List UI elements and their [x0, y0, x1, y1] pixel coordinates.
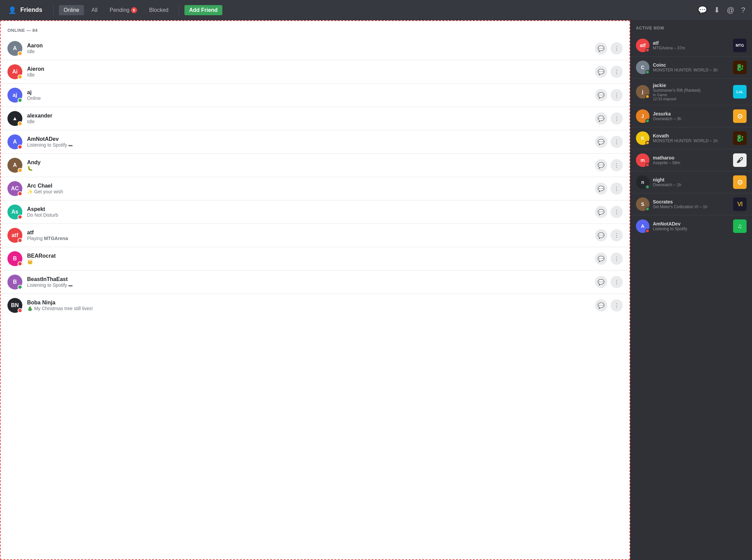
friend-row[interactable]: B BEARocrat 👑 💬 ⋮	[1, 247, 629, 270]
chat-icon[interactable]: 💬	[698, 6, 707, 15]
active-avatar-wrap: n	[636, 175, 649, 189]
friend-info: Arc Chael ✨ Get your wish	[27, 183, 595, 194]
friend-status: 👑	[27, 259, 595, 264]
active-game-label: Aseprite – 58m	[653, 160, 730, 165]
active-item[interactable]: n night Overwatch – 1h ⊙	[630, 171, 752, 193]
active-game-label: Summoner's Rift (Ranked)	[653, 88, 730, 93]
friend-row[interactable]: A Aaron Idle 💬 ⋮	[1, 37, 629, 60]
status-dot	[18, 215, 22, 219]
active-status-dot	[645, 185, 649, 189]
active-avatar-wrap: m	[636, 153, 649, 167]
friend-row[interactable]: aj aj Online 💬 ⋮	[1, 83, 629, 107]
message-button[interactable]: 💬	[595, 159, 607, 171]
more-button[interactable]: ⋮	[611, 42, 623, 55]
active-item[interactable]: S Socrates Sid Meier's Civilization VI –…	[630, 193, 752, 215]
avatar-wrap: A	[7, 158, 22, 173]
active-status-dot	[645, 119, 649, 123]
active-item[interactable]: j jackie Summoner's Rift (Ranked) In Gam…	[630, 78, 752, 105]
active-item[interactable]: m matharoo Aseprite – 58m 🖌	[630, 149, 752, 171]
message-button[interactable]: 💬	[595, 136, 607, 148]
friend-row[interactable]: As Aspekt Do Not Disturb 💬 ⋮	[1, 200, 629, 223]
main-content: ONLINE — 84 A Aaron Idle 💬 ⋮ Ai Aieron I…	[0, 20, 752, 560]
friend-actions: 💬 ⋮	[595, 66, 623, 78]
add-friend-button[interactable]: Add Friend	[184, 5, 222, 15]
active-game-label: MONSTER HUNTER: WORLD – 1h	[653, 139, 730, 143]
avatar-wrap: atf	[7, 228, 22, 243]
active-name: Kovath	[653, 133, 730, 139]
pending-badge: 8	[131, 7, 137, 13]
message-button[interactable]: 💬	[595, 206, 607, 218]
friend-status: Idle	[27, 49, 595, 54]
tab-all[interactable]: All	[87, 5, 102, 15]
friend-row[interactable]: A AmNotADev Listening to Spotify ▬ 💬 ⋮	[1, 130, 629, 153]
friend-row[interactable]: ▲ alexander Idle 💬 ⋮	[1, 107, 629, 130]
friend-row[interactable]: Ai Aieron Idle 💬 ⋮	[1, 60, 629, 83]
more-button[interactable]: ⋮	[611, 299, 623, 312]
friend-actions: 💬 ⋮	[595, 299, 623, 312]
active-name: AmNotADev	[653, 221, 730, 226]
at-icon[interactable]: @	[727, 6, 734, 15]
more-button[interactable]: ⋮	[611, 66, 623, 78]
more-button[interactable]: ⋮	[611, 136, 623, 148]
active-game-label: Sid Meier's Civilization VI – 1h	[653, 204, 730, 209]
status-dot	[18, 261, 22, 266]
active-game-label: Overwatch – 3h	[653, 117, 730, 121]
active-game-sub: In Game	[653, 93, 730, 97]
friend-actions: 💬 ⋮	[595, 159, 623, 171]
active-info: AmNotADev Listening to Spotify	[653, 221, 730, 231]
more-button[interactable]: ⋮	[611, 206, 623, 218]
more-button[interactable]: ⋮	[611, 113, 623, 125]
avatar-wrap: ▲	[7, 111, 22, 126]
download-icon[interactable]: ⬇	[714, 6, 720, 15]
message-button[interactable]: 💬	[595, 66, 607, 78]
active-now-panel: ACTIVE NOW atf atf MTGArena – 37m MTG C …	[630, 20, 752, 560]
friend-name: Arc Chael	[27, 183, 595, 189]
message-button[interactable]: 💬	[595, 229, 607, 241]
friend-actions: 💬 ⋮	[595, 182, 623, 195]
active-info: atf MTGArena – 37m	[653, 40, 730, 51]
help-icon[interactable]: ?	[741, 6, 745, 15]
active-info: Kovath MONSTER HUNTER: WORLD – 1h	[653, 133, 730, 143]
message-button[interactable]: 💬	[595, 113, 607, 125]
more-button[interactable]: ⋮	[611, 159, 623, 171]
friend-row[interactable]: A Andy 🐛 💬 ⋮	[1, 153, 629, 177]
friend-row[interactable]: BN Boba Ninja 🎄 My Christmas tree still …	[1, 294, 629, 317]
avatar-wrap: aj	[7, 88, 22, 103]
active-item[interactable]: C Coinc MONSTER HUNTER: WORLD – 3h 🐉	[630, 56, 752, 78]
active-item[interactable]: A AmNotADev Listening to Spotify ♫	[630, 215, 752, 237]
active-item[interactable]: atf atf MTGArena – 37m MTG	[630, 35, 752, 56]
message-button[interactable]: 💬	[595, 276, 607, 288]
friends-list: A Aaron Idle 💬 ⋮ Ai Aieron Idle 💬 ⋮ aj	[1, 37, 629, 317]
friend-info: Andy 🐛	[27, 159, 595, 171]
tab-blocked[interactable]: Blocked	[144, 5, 173, 15]
friend-row[interactable]: atf atf Playing MTGArena 💬 ⋮	[1, 223, 629, 247]
active-item[interactable]: K Kovath MONSTER HUNTER: WORLD – 1h 🐉	[630, 127, 752, 149]
message-button[interactable]: 💬	[595, 42, 607, 55]
avatar-wrap: A	[7, 135, 22, 149]
friend-info: Aieron Idle	[27, 66, 595, 78]
avatar-wrap: B	[7, 275, 22, 289]
tab-online[interactable]: Online	[59, 5, 84, 15]
friend-row[interactable]: B BeastInThaEast Listening to Spotify ▬ …	[1, 270, 629, 294]
more-button[interactable]: ⋮	[611, 89, 623, 101]
avatar-wrap: B	[7, 251, 22, 266]
tab-pending[interactable]: Pending 8	[105, 5, 142, 15]
message-button[interactable]: 💬	[595, 299, 607, 312]
active-name: matharoo	[653, 155, 730, 160]
active-avatar-wrap: atf	[636, 39, 649, 52]
more-button[interactable]: ⋮	[611, 253, 623, 265]
active-item[interactable]: J Jesurka Overwatch – 3h ⊙	[630, 105, 752, 127]
more-button[interactable]: ⋮	[611, 182, 623, 195]
active-info: jackie Summoner's Rift (Ranked) In Game …	[653, 83, 730, 101]
friend-row[interactable]: AC Arc Chael ✨ Get your wish 💬 ⋮	[1, 177, 629, 200]
message-button[interactable]: 💬	[595, 253, 607, 265]
friend-info: Aspekt Do Not Disturb	[27, 206, 595, 218]
message-button[interactable]: 💬	[595, 182, 607, 195]
top-nav: 👤 Friends Online All Pending 8 Blocked A…	[0, 0, 752, 20]
active-game-label: MTGArena – 37m	[653, 46, 730, 51]
more-button[interactable]: ⋮	[611, 276, 623, 288]
more-button[interactable]: ⋮	[611, 229, 623, 241]
status-dot	[18, 191, 22, 196]
message-button[interactable]: 💬	[595, 89, 607, 101]
friend-info: BeastInThaEast Listening to Spotify ▬	[27, 276, 595, 288]
